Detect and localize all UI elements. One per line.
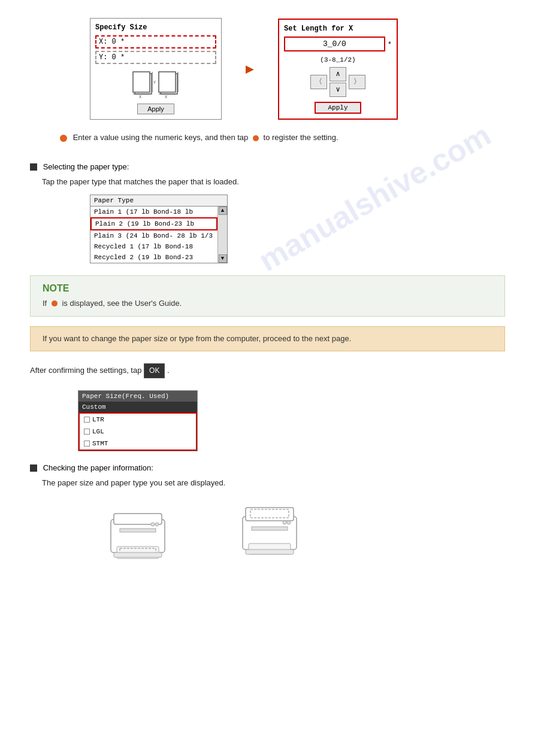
paper-size-title: Paper Size(Freq. Used) (78, 391, 197, 402)
svg-rect-27 (246, 549, 294, 554)
svg-point-17 (151, 523, 155, 526)
section2-title: Selecting the paper type: (43, 162, 129, 171)
paper-size-custom[interactable]: Custom (78, 402, 197, 412)
svg-point-18 (155, 523, 159, 526)
svg-rect-13 (114, 514, 162, 524)
section4-header: Checking the paper information: (30, 463, 505, 472)
set-length-title: Set Length for X (284, 25, 392, 33)
svg-rect-16 (120, 529, 156, 532)
ltr-label: LTR (92, 416, 104, 423)
paper-type-list: Plain 1 (17 lb Bond-18 lb Plain 2 (19 lb… (90, 207, 227, 263)
body-text-1: Enter a value using the numeric keys, an… (60, 132, 505, 144)
paper-type-item-0[interactable]: Plain 1 (17 lb Bond-18 lb (90, 207, 217, 217)
scroll-up-button[interactable]: ▲ (219, 207, 227, 215)
specify-size-box: Specify Size X: 0 * Y: 0 * X Y (90, 18, 222, 120)
specify-size-title: Specify Size (95, 23, 216, 32)
body-text-1-content: Enter a value using the numeric keys, an… (73, 133, 249, 142)
specify-apply-button[interactable]: Apply (137, 104, 174, 114)
paper-type-item-3[interactable]: Recycled 1 (17 lb Bond-18 (90, 241, 217, 252)
svg-rect-23 (252, 527, 288, 530)
length-range: (3-8_1/2) (284, 56, 392, 63)
right-arrow-button[interactable]: 〉 (349, 75, 365, 89)
y-field[interactable]: Y: 0 * (95, 51, 216, 64)
printers-row (102, 502, 505, 567)
printer-right (234, 502, 306, 567)
length-unit: * (388, 41, 392, 49)
paper-size-item-ltr[interactable]: LTR (80, 414, 196, 426)
hint-text: If you want to change the paper size or … (43, 334, 351, 343)
svg-point-26 (287, 521, 291, 524)
section2-desc: Tap the paper type that matches the pape… (42, 176, 505, 189)
section-arrow: ▶ (246, 62, 254, 75)
x-field[interactable]: X: 0 * (95, 35, 216, 48)
svg-point-25 (283, 521, 286, 524)
body-text-1-cont: to register the setting. (264, 133, 338, 142)
section3-text-before-ok: After confirming the settings, tap (30, 366, 141, 375)
lgl-checkbox[interactable] (84, 429, 90, 435)
left-arrow-button[interactable]: 〈 (310, 75, 327, 89)
up-arrow-button[interactable]: ∧ (330, 67, 346, 81)
svg-text:Y: Y (179, 80, 180, 85)
note-title: NOTE (43, 283, 492, 294)
paper-type-label-0: Plain 1 (17 lb Bond-18 lb (94, 208, 193, 215)
svg-text:Y: Y (153, 80, 156, 85)
paper-type-label-2: Plain 3 (24 lb Bond- 28 lb 1/3 (94, 232, 213, 239)
svg-text:X: X (139, 95, 142, 99)
svg-text:X: X (165, 95, 168, 99)
stmt-checkbox[interactable] (84, 441, 90, 447)
paper-type-item-2[interactable]: Plain 3 (24 lb Bond- 28 lb 1/3 (90, 230, 217, 241)
ok-button-display[interactable]: OK (144, 363, 165, 378)
size-diagram: X Y X Y (95, 69, 216, 99)
note-text: If is displayed, see the User's Guide. (43, 297, 492, 309)
scroll-down-button[interactable]: ▼ (219, 254, 227, 263)
length-controls: 〈 ∧ ∨ 〉 (284, 67, 392, 97)
section4-desc: The paper size and paper type you set ar… (42, 477, 505, 490)
set-length-box: Set Length for X 3_0/0 * (3-8_1/2) 〈 ∧ ∨… (278, 19, 398, 120)
section4-title: Checking the paper information: (43, 463, 153, 472)
svg-rect-19 (114, 552, 162, 557)
printer-left (102, 502, 174, 567)
length-value-display[interactable]: 3_0/0 (284, 37, 385, 51)
paper-type-label-4: Recycled 2 (19 lb Bond-23 (94, 254, 193, 261)
svg-rect-7 (159, 72, 176, 92)
note-text-2: is displayed, see the User's Guide. (62, 299, 182, 308)
section4-bullet-icon (30, 464, 37, 472)
paper-size-box: Paper Size(Freq. Used) Custom LTR LGL ST… (78, 390, 198, 451)
section3-text: After confirming the settings, tap OK . (30, 363, 505, 378)
note-text-1: If (43, 299, 47, 308)
orange-circle-icon (253, 135, 259, 141)
stmt-label: STMT (92, 440, 108, 447)
section2-header: Selecting the paper type: (30, 162, 505, 171)
paper-type-box: Paper Type Plain 1 (17 lb Bond-18 lb Pla… (90, 195, 228, 263)
paper-type-item-1[interactable]: Plain 2 (19 lb Bond-23 lb (90, 217, 217, 230)
paper-type-label-3: Recycled 1 (17 lb Bond-18 (94, 243, 193, 250)
note-box: NOTE If is displayed, see the User's Gui… (30, 275, 505, 317)
paper-size-item-lgl[interactable]: LGL (80, 426, 196, 438)
note-orange-circle (52, 300, 58, 306)
paper-type-title: Paper Type (90, 195, 227, 207)
section2-bullet-icon (30, 163, 37, 171)
paper-type-item-4[interactable]: Recycled 2 (19 lb Bond-23 (90, 252, 217, 263)
lgl-label: LGL (92, 428, 104, 435)
section3-text-after-ok: . (167, 366, 170, 375)
down-arrow-button[interactable]: ∨ (330, 83, 346, 97)
svg-rect-1 (133, 72, 150, 92)
paper-size-item-stmt[interactable]: STMT (80, 438, 196, 450)
hint-box: If you want to change the paper size or … (30, 326, 505, 351)
bullet-orange-1 (60, 135, 67, 142)
set-length-apply-button[interactable]: Apply (315, 102, 361, 114)
paper-type-label-1: Plain 2 (19 lb Bond-23 lb (95, 220, 194, 227)
ltr-checkbox[interactable] (84, 417, 90, 423)
top-section: Specify Size X: 0 * Y: 0 * X Y (90, 18, 505, 120)
